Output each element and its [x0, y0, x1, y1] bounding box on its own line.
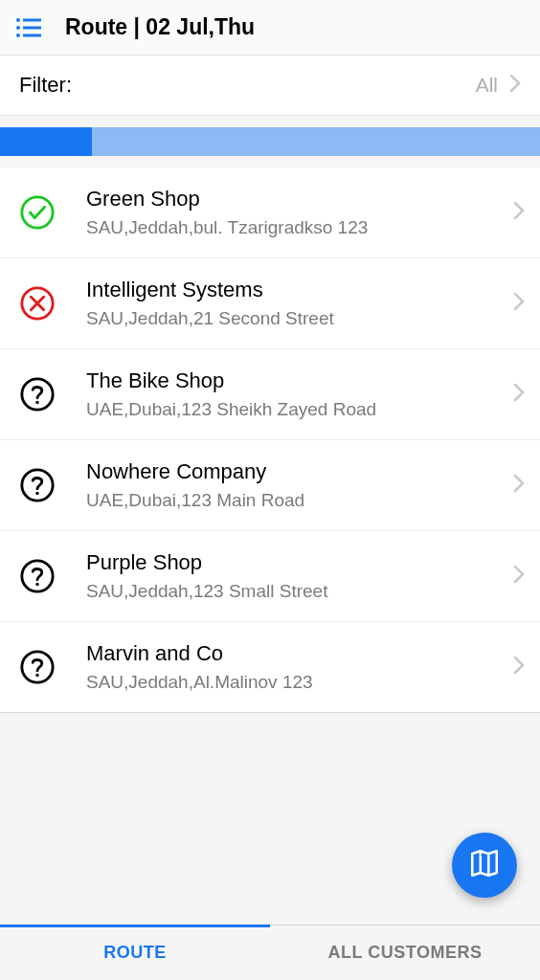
chevron-right-icon: [513, 656, 525, 679]
svg-rect-1: [23, 18, 41, 21]
list-item-title: Purple Shop: [86, 550, 513, 575]
list-item-subtitle: SAU,Jeddah,123 Small Street: [86, 581, 513, 602]
check-status-icon: [19, 194, 56, 231]
tab-route-label: ROUTE: [103, 943, 167, 963]
list-item-content: The Bike ShopUAE,Dubai,123 Sheikh Zayed …: [86, 368, 513, 420]
route-list-item[interactable]: Marvin and CoSAU,Jeddah,Al.Malinov 123: [0, 622, 540, 712]
map-icon: [468, 847, 501, 883]
list-divider: [0, 712, 540, 713]
question-status-icon: [19, 376, 56, 412]
svg-point-9: [35, 401, 38, 404]
route-list-item[interactable]: Intelligent SystemsSAU,Jeddah,21 Second …: [0, 258, 540, 349]
svg-point-0: [16, 18, 20, 22]
chevron-right-icon: [513, 201, 525, 224]
list-item-title: Marvin and Co: [86, 641, 513, 666]
svg-rect-3: [23, 26, 41, 29]
svg-point-2: [16, 26, 20, 30]
svg-rect-5: [23, 33, 41, 36]
route-list-item[interactable]: Purple ShopSAU,Jeddah,123 Small Street: [0, 531, 540, 622]
tab-all-label: ALL CUSTOMERS: [328, 943, 483, 963]
list-item-content: Intelligent SystemsSAU,Jeddah,21 Second …: [86, 278, 513, 329]
progress-bar: [0, 127, 540, 156]
list-item-subtitle: UAE,Dubai,123 Main Road: [86, 490, 513, 511]
app-header: Route | 02 Jul,Thu: [0, 0, 540, 56]
svg-point-8: [22, 379, 53, 410]
question-status-icon: [19, 467, 56, 503]
chevron-right-icon: [513, 474, 525, 497]
filter-value: All: [476, 74, 498, 97]
svg-point-12: [22, 561, 53, 591]
svg-point-6: [22, 197, 53, 228]
page-title: Route | 02 Jul,Thu: [65, 14, 255, 40]
list-item-title: Nowhere Company: [86, 459, 513, 484]
list-item-content: Purple ShopSAU,Jeddah,123 Small Street: [86, 550, 513, 602]
svg-point-4: [16, 33, 20, 37]
filter-value-container: All: [476, 74, 521, 97]
route-list-item[interactable]: The Bike ShopUAE,Dubai,123 Sheikh Zayed …: [0, 349, 540, 440]
list-item-subtitle: SAU,Jeddah,21 Second Street: [86, 308, 513, 329]
svg-point-14: [22, 652, 53, 682]
list-item-content: Green ShopSAU,Jeddah,bul. Tzarigradkso 1…: [86, 187, 513, 238]
filter-bar[interactable]: Filter: All: [0, 56, 540, 116]
svg-point-11: [35, 492, 38, 495]
chevron-right-icon: [513, 565, 525, 588]
list-item-subtitle: SAU,Jeddah,bul. Tzarigradkso 123: [86, 217, 513, 238]
route-list: Green ShopSAU,Jeddah,bul. Tzarigradkso 1…: [0, 167, 540, 712]
bottom-tabs: ROUTE ALL CUSTOMERS: [0, 924, 540, 980]
svg-point-15: [35, 674, 38, 677]
progress-fill: [0, 127, 92, 156]
chevron-right-icon: [513, 383, 525, 406]
list-item-title: Intelligent Systems: [86, 278, 513, 302]
svg-point-10: [22, 470, 53, 501]
menu-list-icon[interactable]: [15, 14, 42, 41]
question-status-icon: [19, 649, 56, 685]
route-list-item[interactable]: Green ShopSAU,Jeddah,bul. Tzarigradkso 1…: [0, 167, 540, 258]
list-item-subtitle: UAE,Dubai,123 Sheikh Zayed Road: [86, 399, 513, 420]
chevron-right-icon: [509, 74, 521, 97]
question-status-icon: [19, 558, 56, 594]
list-item-title: Green Shop: [86, 187, 513, 212]
list-item-title: The Bike Shop: [86, 368, 513, 393]
chevron-right-icon: [513, 292, 525, 315]
tab-route[interactable]: ROUTE: [0, 925, 270, 980]
list-item-content: Marvin and CoSAU,Jeddah,Al.Malinov 123: [86, 641, 513, 693]
list-item-content: Nowhere CompanyUAE,Dubai,123 Main Road: [86, 459, 513, 511]
svg-point-13: [35, 583, 38, 586]
list-item-subtitle: SAU,Jeddah,Al.Malinov 123: [86, 672, 513, 693]
route-list-item[interactable]: Nowhere CompanyUAE,Dubai,123 Main Road: [0, 440, 540, 531]
tab-all-customers[interactable]: ALL CUSTOMERS: [270, 925, 540, 980]
filter-label: Filter:: [19, 73, 72, 98]
x-status-icon: [19, 285, 56, 322]
progress-empty: [92, 127, 540, 156]
map-fab-button[interactable]: [452, 833, 517, 898]
